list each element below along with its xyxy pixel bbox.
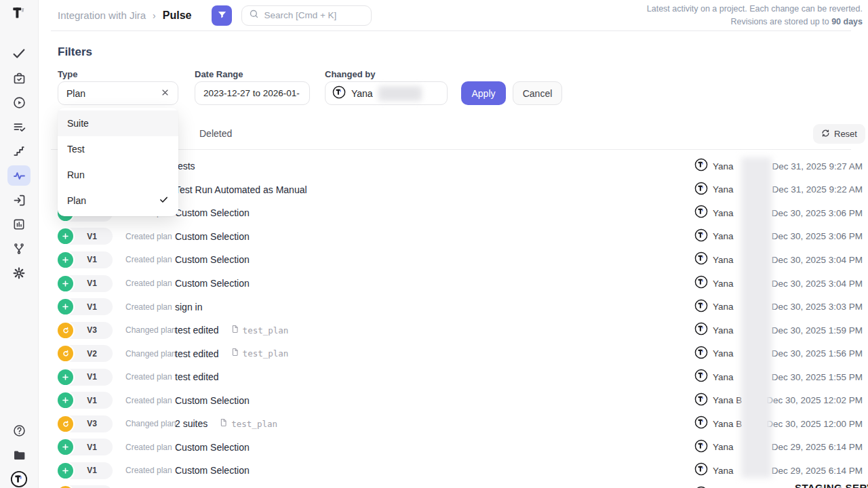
timestamp: Dec 30, 2025 3:04 PM [762,255,863,265]
timestamp: Dec 30, 2025 3:06 PM [762,208,863,218]
plan-file-name: test_plan [243,348,289,359]
header-divider [51,30,851,31]
date-range-input[interactable]: 2023-12-27 to 2026-01- [195,81,310,105]
avatar-icon [332,85,346,101]
sidebar-item-suites[interactable] [7,68,31,88]
user-name: Yana [713,325,734,336]
breadcrumb-project[interactable]: Integration with Jira [58,9,146,21]
user-avatar-icon [694,415,708,432]
sidebar-item-tests[interactable] [7,43,31,64]
user-name: Yana [713,161,734,171]
item-name: 2 suites [175,418,208,429]
import-box-icon [12,193,26,207]
timestamp: Dec 31, 2025 9:22 AM [762,184,863,195]
user-avatar-icon [694,158,708,174]
sidebar-item-settings[interactable] [7,263,31,283]
redacted-surname-column [741,157,772,478]
dropdown-option-plan[interactable]: Plan [58,188,178,214]
header: Integration with Jira › Pulse Latest act… [39,0,868,30]
version-label: V1 [87,396,97,405]
steps-icon [12,144,26,158]
play-circle-icon [12,96,26,110]
cancel-button[interactable]: Cancel [513,81,562,105]
tab-deleted[interactable]: Deleted [199,128,232,139]
user-name: Yana [713,442,734,452]
version-badge: V1 [63,462,113,479]
search-box[interactable] [241,5,372,26]
dropdown-option-label: Run [67,169,85,180]
briefcase-check-icon [12,71,26,85]
type-select[interactable]: Plan [58,81,178,105]
plan-file-link[interactable]: test_plan [230,347,289,360]
version-label: V2 [87,349,97,359]
document-icon [230,324,239,337]
sidebar-item-analytics[interactable] [7,214,31,235]
folder-icon [12,448,26,462]
page-description-line2: Revisions are stored up to 90 days [647,16,863,28]
timestamp: Dec 30, 2025 12:02 PM [762,395,863,405]
change-type-icon [58,299,73,314]
bar-chart-icon [12,218,26,231]
dropdown-option-run[interactable]: Run [58,162,178,188]
sidebar-item-steps[interactable] [7,141,31,161]
dropdown-option-suite[interactable]: Suite [58,110,178,136]
timestamp: Dec 29, 2025 6:14 PM [762,466,863,476]
timestamp: Dec 30, 2025 1:59 PM [762,325,863,336]
change-type-icon [58,323,73,338]
search-input[interactable] [264,10,364,20]
filters-title: Filters [58,45,92,59]
sidebar-item-help[interactable] [7,420,31,441]
document-icon [218,418,228,430]
avatar-icon [10,470,28,488]
user-avatar-icon [694,205,708,221]
plan-file-name: test_plan [231,419,277,429]
version-label: V1 [87,279,97,288]
sidebar-item-projects[interactable] [7,445,31,465]
apply-button[interactable]: Apply [461,81,506,105]
dropdown-option-test[interactable]: Test [58,136,178,162]
action-label: Created plan [125,279,174,288]
timestamp: Dec 30, 2025 12:00 PM [762,419,863,429]
version-label: V1 [87,255,97,264]
clear-icon[interactable] [161,88,170,99]
sidebar-item-branches[interactable] [7,239,31,259]
app-logo-icon[interactable] [10,5,28,25]
item-name: Custom Selection [175,231,250,242]
version-label: V3 [87,419,97,428]
timestamp: Dec 30, 2025 3:06 PM [762,231,863,241]
user-avatar-icon [694,462,708,479]
funnel-icon [217,9,227,22]
action-label: Created plan [125,396,174,405]
filter-button[interactable] [212,5,232,26]
sidebar-item-results[interactable] [7,117,31,137]
pulse-icon [12,169,26,183]
changed-by-value: Yana [351,88,373,99]
action-label: Created plan [125,443,174,452]
changed-by-label: Changed by [325,69,375,79]
user-name: Yana [713,466,734,476]
plan-file-link[interactable]: test_plan [218,418,277,430]
activity-row[interactable] [51,483,868,488]
version-label: V1 [87,372,97,382]
changed-by-select[interactable]: Yana [325,81,448,105]
item-name: Custom Selection [175,395,250,406]
action-label: Created plan [125,372,174,382]
user-avatar-icon [694,392,708,409]
version-badge: V1 [63,275,113,292]
user-name: Yana B [713,419,742,429]
breadcrumb-page: Pulse [163,9,192,22]
version-badge: V2 [63,345,113,362]
reset-button[interactable]: Reset [813,124,865,144]
sidebar-item-runs[interactable] [7,92,31,113]
timestamp: Dec 30, 2025 3:04 PM [762,279,863,289]
check-icon [12,46,26,61]
sidebar-user-avatar[interactable] [7,469,31,488]
action-label: Changed plan [125,325,174,335]
change-type-icon [58,252,73,268]
action-label: Created plan [125,302,174,312]
version-badge: V1 [63,251,113,268]
sidebar-item-pulse[interactable] [7,165,31,186]
plan-file-link[interactable]: test_plan [230,324,289,337]
item-name: Custom Selection [175,254,250,265]
sidebar-item-import[interactable] [7,190,31,210]
